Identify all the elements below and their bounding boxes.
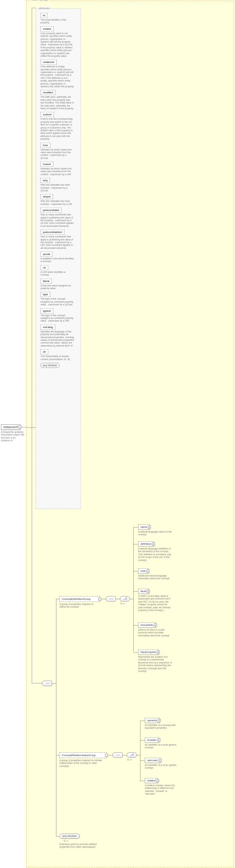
element-broader[interactable]: broader+ bbox=[145, 737, 159, 743]
attribute-description: Indicates by which means the value was e… bbox=[41, 167, 74, 176]
occurrence: 0..∞ bbox=[121, 602, 125, 605]
expand-icon[interactable]: + bbox=[147, 590, 150, 593]
choice-symbol bbox=[120, 596, 130, 602]
attribute-description: Specifies the language of this property … bbox=[41, 330, 74, 347]
attribute-box[interactable]: custom bbox=[41, 112, 54, 117]
attribute-box[interactable]: howuri bbox=[41, 162, 53, 167]
attribute-box[interactable]: how bbox=[41, 143, 50, 148]
occurrence: 0..∞ bbox=[64, 840, 68, 842]
element-note[interactable]: note+ bbox=[138, 568, 148, 573]
attribute-box[interactable]: why bbox=[41, 178, 50, 183]
element-description: A natural language name for the concept. bbox=[138, 531, 172, 536]
attribute-description: One or many constraints that apply to pu… bbox=[41, 213, 74, 228]
occurrence: 0..∞ bbox=[127, 758, 132, 761]
element-description: An identifier of a more specific concept… bbox=[145, 764, 179, 770]
attribute-dir: dirThe directionality of textual content… bbox=[41, 349, 78, 361]
element-related[interactable]: related+ bbox=[145, 778, 158, 783]
element-remoteInfo[interactable]: remoteInfo+ bbox=[138, 623, 156, 628]
attribute-description: If the property value is not defined, sp… bbox=[41, 32, 74, 58]
expand-icon[interactable]: + bbox=[148, 525, 151, 529]
expand-icon[interactable]: + bbox=[156, 779, 159, 782]
expand-icon[interactable]: − bbox=[98, 597, 101, 601]
attribute-description: The date (and, optionally, the time) whe… bbox=[41, 96, 74, 110]
attribute-modified: modifiedThe date (and, optionally, the t… bbox=[41, 90, 78, 110]
any-other-attribute[interactable]: any ##other bbox=[41, 363, 59, 368]
element-description: An identifier of a more generic concept. bbox=[145, 744, 179, 749]
root-label: instanceOf bbox=[3, 425, 18, 429]
sequence-symbol bbox=[42, 681, 52, 686]
expand-icon[interactable]: + bbox=[152, 542, 155, 545]
attribute-pubconstraint: pubconstraintOne or many constraints tha… bbox=[41, 208, 78, 228]
attribute-literal: literalA free-text value assigned as pro… bbox=[41, 279, 78, 290]
any-other-element[interactable]: any ##other bbox=[59, 834, 80, 839]
attribute-description: Why the metadata has been included - exp… bbox=[41, 200, 74, 206]
attribute-box[interactable]: qcode bbox=[41, 252, 53, 257]
root-description: A frequently updating information object… bbox=[1, 431, 25, 442]
expand-icon[interactable]: + bbox=[158, 719, 161, 722]
attribute-box[interactable]: type bbox=[41, 292, 50, 297]
attribute-custom: customIf set to true the corresponding p… bbox=[41, 112, 78, 140]
expand-icon[interactable]: + bbox=[157, 651, 160, 654]
element-description: Represents the position of a concept in … bbox=[138, 656, 172, 673]
attribute-box[interactable]: typeuri bbox=[41, 308, 53, 313]
expand-icon[interactable]: + bbox=[147, 569, 150, 572]
attribute-creatoruri: creatoruriIf the attribute is empty, spe… bbox=[41, 60, 78, 88]
element-hierarchyInfo[interactable]: hierarchyInfo+ bbox=[138, 650, 158, 655]
element-description: A natural language definition of the sem… bbox=[138, 547, 172, 562]
group-description: A group of properties required to define… bbox=[59, 603, 100, 609]
expand-icon[interactable]: + bbox=[154, 624, 157, 627]
root-element[interactable]: instanceOf − bbox=[1, 424, 20, 430]
choice-symbol bbox=[127, 752, 137, 758]
attribute-box[interactable]: uri bbox=[41, 265, 48, 270]
attribute-box[interactable]: whyuri bbox=[41, 194, 53, 199]
element-narrower[interactable]: narrower+ bbox=[145, 758, 160, 763]
attribute-box[interactable]: literal bbox=[41, 279, 52, 284]
group-concept-relationships[interactable]: ConceptRelationshipsGroup − bbox=[59, 752, 107, 758]
attribute-description: If set to true the corresponding propert… bbox=[41, 118, 74, 140]
expand-icon[interactable]: − bbox=[105, 754, 108, 757]
attribute-xmllang: xml:langSpecifies the language of this p… bbox=[41, 325, 78, 347]
attribute-box[interactable]: modified bbox=[41, 90, 55, 95]
element-name[interactable]: name+ bbox=[138, 524, 150, 530]
attribute-description: The type of the concept assigned as cont… bbox=[41, 298, 74, 306]
type-container: Flex1PropType attributes idThe local ide… bbox=[26, 1, 234, 867]
attribute-box[interactable]: pubconstraint bbox=[41, 208, 61, 213]
expand-icon[interactable]: − bbox=[19, 426, 22, 429]
attributes-label: attributes bbox=[38, 7, 51, 10]
attribute-why: whyWhy the metadata has been included - … bbox=[41, 178, 78, 192]
attribute-description: If the attribute is empty, specifies whi… bbox=[41, 65, 74, 88]
attribute-description: A qualified code which identifies a conc… bbox=[41, 257, 74, 263]
any-other-description: Extension point for provider-defined pro… bbox=[59, 843, 100, 849]
attribute-box[interactable]: dir bbox=[41, 349, 48, 354]
element-description: A link to an item or a web resource whic… bbox=[138, 629, 172, 637]
attribute-id: idThe local identifier of the property. bbox=[41, 13, 78, 24]
attribute-how: howIndicates by which means the value wa… bbox=[41, 143, 78, 160]
attribute-description: A free-text value assigned as property v… bbox=[41, 284, 74, 290]
attribute-typeuri: typeuriThe type of the concept assigned … bbox=[41, 308, 78, 323]
element-definition[interactable]: definition+ bbox=[138, 541, 154, 546]
type-label: Flex1PropType bbox=[29, 0, 50, 1]
attribute-box[interactable]: creator bbox=[41, 26, 54, 31]
element-description: An identifier of a concept with equivale… bbox=[145, 724, 179, 730]
group-label: ConceptRelationshipsGroup bbox=[62, 754, 96, 757]
element-description: Additional natural language information … bbox=[138, 574, 172, 580]
element-facet[interactable]: facet+ bbox=[138, 589, 149, 594]
attribute-qcode: qcodeA qualified code which identifies a… bbox=[41, 252, 78, 263]
attribute-box[interactable]: xml:lang bbox=[41, 325, 55, 330]
attribute-box[interactable]: pubconstrainturi bbox=[41, 230, 64, 235]
attribute-description: The local identifier of the property. bbox=[41, 19, 74, 24]
attribute-howuri: howuriIndicates by which means the value… bbox=[41, 162, 78, 176]
attribute-box[interactable]: id bbox=[41, 13, 47, 18]
expand-icon[interactable]: + bbox=[159, 759, 162, 762]
attribute-type: typeThe type of the concept assigned as … bbox=[41, 292, 78, 306]
group-label: ConceptDefinitionGroup bbox=[62, 597, 90, 601]
group-concept-definition[interactable]: ConceptDefinitionGroup − bbox=[59, 596, 100, 602]
sequence-symbol bbox=[112, 752, 123, 758]
group-description: A group of properties required to indica… bbox=[59, 759, 107, 768]
expand-icon[interactable]: + bbox=[157, 738, 160, 742]
attribute-description: Why the metadata has been included - exp… bbox=[41, 184, 74, 192]
element-description: In NAR 1.8 and later, facet is deprecate… bbox=[138, 595, 172, 612]
attribute-box[interactable]: creatoruri bbox=[41, 60, 57, 65]
element-sameAs[interactable]: sameAs+ bbox=[145, 718, 159, 723]
element-description: A related concept, where the relationshi… bbox=[145, 784, 179, 796]
